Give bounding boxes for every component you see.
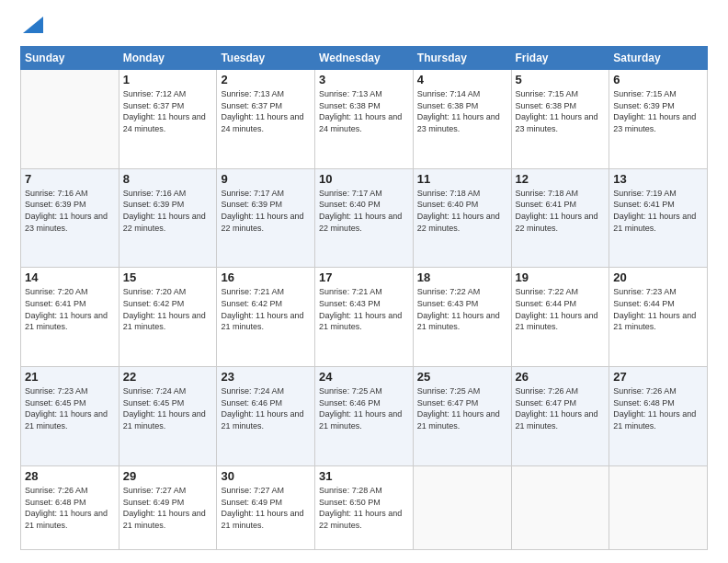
day-info: Sunrise: 7:28 AMSunset: 6:50 PMDaylight:… bbox=[319, 485, 409, 531]
day-info: Sunrise: 7:20 AMSunset: 6:41 PMDaylight:… bbox=[25, 286, 115, 332]
day-number: 27 bbox=[613, 370, 703, 384]
day-info: Sunrise: 7:12 AMSunset: 6:37 PMDaylight:… bbox=[123, 88, 213, 134]
calendar-cell: 7Sunrise: 7:16 AMSunset: 6:39 PMDaylight… bbox=[21, 168, 119, 268]
day-number: 31 bbox=[319, 469, 409, 483]
day-number: 16 bbox=[221, 270, 311, 284]
day-info: Sunrise: 7:13 AMSunset: 6:38 PMDaylight:… bbox=[319, 88, 409, 134]
day-number: 1 bbox=[123, 73, 213, 86]
calendar-cell: 17Sunrise: 7:21 AMSunset: 6:43 PMDayligh… bbox=[315, 268, 414, 367]
calendar-header: SundayMondayTuesdayWednesdayThursdayFrid… bbox=[21, 47, 708, 70]
weekday-header: Monday bbox=[119, 47, 217, 70]
day-number: 13 bbox=[613, 172, 703, 186]
day-info: Sunrise: 7:17 AMSunset: 6:40 PMDaylight:… bbox=[319, 188, 409, 234]
weekday-header: Thursday bbox=[413, 47, 511, 70]
day-number: 8 bbox=[123, 172, 213, 186]
day-info: Sunrise: 7:18 AMSunset: 6:41 PMDaylight:… bbox=[516, 188, 606, 234]
day-number: 20 bbox=[613, 270, 703, 284]
day-info: Sunrise: 7:16 AMSunset: 6:39 PMDaylight:… bbox=[25, 188, 115, 234]
day-number: 26 bbox=[516, 370, 606, 384]
calendar-cell: 18Sunrise: 7:22 AMSunset: 6:43 PMDayligh… bbox=[413, 268, 511, 367]
day-number: 9 bbox=[221, 172, 311, 186]
calendar-cell: 30Sunrise: 7:27 AMSunset: 6:49 PMDayligh… bbox=[217, 465, 315, 549]
day-info: Sunrise: 7:23 AMSunset: 6:45 PMDaylight:… bbox=[25, 385, 115, 431]
day-info: Sunrise: 7:21 AMSunset: 6:43 PMDaylight:… bbox=[319, 286, 409, 332]
calendar-cell: 4Sunrise: 7:14 AMSunset: 6:38 PMDaylight… bbox=[413, 70, 511, 169]
calendar: SundayMondayTuesdayWednesdayThursdayFrid… bbox=[20, 46, 708, 550]
calendar-cell: 31Sunrise: 7:28 AMSunset: 6:50 PMDayligh… bbox=[315, 465, 414, 549]
calendar-cell: 12Sunrise: 7:18 AMSunset: 6:41 PMDayligh… bbox=[511, 168, 609, 268]
logo bbox=[20, 17, 43, 37]
day-number: 11 bbox=[417, 172, 507, 186]
calendar-cell: 9Sunrise: 7:17 AMSunset: 6:39 PMDaylight… bbox=[217, 168, 315, 268]
page: SundayMondayTuesdayWednesdayThursdayFrid… bbox=[0, 0, 728, 563]
day-number: 19 bbox=[516, 270, 606, 284]
calendar-cell: 25Sunrise: 7:25 AMSunset: 6:47 PMDayligh… bbox=[413, 367, 511, 466]
day-info: Sunrise: 7:15 AMSunset: 6:38 PMDaylight:… bbox=[516, 88, 606, 134]
day-number: 10 bbox=[319, 172, 409, 186]
day-info: Sunrise: 7:16 AMSunset: 6:39 PMDaylight:… bbox=[123, 188, 213, 234]
day-info: Sunrise: 7:25 AMSunset: 6:46 PMDaylight:… bbox=[319, 385, 409, 431]
calendar-cell: 15Sunrise: 7:20 AMSunset: 6:42 PMDayligh… bbox=[119, 268, 217, 367]
calendar-cell bbox=[21, 70, 119, 169]
day-number: 23 bbox=[221, 370, 311, 384]
calendar-cell: 22Sunrise: 7:24 AMSunset: 6:45 PMDayligh… bbox=[119, 367, 217, 466]
weekday-header: Tuesday bbox=[217, 47, 315, 70]
day-info: Sunrise: 7:24 AMSunset: 6:46 PMDaylight:… bbox=[221, 385, 311, 431]
header bbox=[20, 17, 708, 37]
calendar-cell: 8Sunrise: 7:16 AMSunset: 6:39 PMDaylight… bbox=[119, 168, 217, 268]
calendar-cell: 11Sunrise: 7:18 AMSunset: 6:40 PMDayligh… bbox=[413, 168, 511, 268]
calendar-cell bbox=[413, 465, 511, 549]
calendar-cell: 21Sunrise: 7:23 AMSunset: 6:45 PMDayligh… bbox=[21, 367, 119, 466]
calendar-cell: 20Sunrise: 7:23 AMSunset: 6:44 PMDayligh… bbox=[609, 268, 708, 367]
day-number: 17 bbox=[319, 270, 409, 284]
weekday-header: Wednesday bbox=[315, 47, 414, 70]
day-info: Sunrise: 7:20 AMSunset: 6:42 PMDaylight:… bbox=[123, 286, 213, 332]
day-info: Sunrise: 7:23 AMSunset: 6:44 PMDaylight:… bbox=[613, 286, 703, 332]
weekday-header: Sunday bbox=[21, 47, 119, 70]
calendar-cell: 6Sunrise: 7:15 AMSunset: 6:39 PMDaylight… bbox=[609, 70, 708, 169]
day-number: 21 bbox=[25, 370, 115, 384]
day-info: Sunrise: 7:27 AMSunset: 6:49 PMDaylight:… bbox=[221, 485, 311, 531]
calendar-cell: 2Sunrise: 7:13 AMSunset: 6:37 PMDaylight… bbox=[217, 70, 315, 169]
day-info: Sunrise: 7:26 AMSunset: 6:48 PMDaylight:… bbox=[25, 485, 115, 531]
day-info: Sunrise: 7:26 AMSunset: 6:47 PMDaylight:… bbox=[516, 385, 606, 431]
day-number: 5 bbox=[516, 73, 606, 86]
calendar-cell: 27Sunrise: 7:26 AMSunset: 6:48 PMDayligh… bbox=[609, 367, 708, 466]
day-info: Sunrise: 7:19 AMSunset: 6:41 PMDaylight:… bbox=[613, 188, 703, 234]
day-info: Sunrise: 7:26 AMSunset: 6:48 PMDaylight:… bbox=[613, 385, 703, 431]
day-number: 4 bbox=[417, 73, 507, 86]
day-number: 7 bbox=[25, 172, 115, 186]
day-number: 29 bbox=[123, 469, 213, 483]
day-number: 6 bbox=[613, 73, 703, 86]
calendar-cell: 5Sunrise: 7:15 AMSunset: 6:38 PMDaylight… bbox=[511, 70, 609, 169]
day-number: 24 bbox=[319, 370, 409, 384]
calendar-body: 1Sunrise: 7:12 AMSunset: 6:37 PMDaylight… bbox=[21, 70, 708, 550]
day-number: 30 bbox=[221, 469, 311, 483]
calendar-cell: 26Sunrise: 7:26 AMSunset: 6:47 PMDayligh… bbox=[511, 367, 609, 466]
logo-icon bbox=[23, 17, 43, 33]
calendar-cell: 13Sunrise: 7:19 AMSunset: 6:41 PMDayligh… bbox=[609, 168, 708, 268]
day-number: 14 bbox=[25, 270, 115, 284]
calendar-cell: 28Sunrise: 7:26 AMSunset: 6:48 PMDayligh… bbox=[21, 465, 119, 549]
day-info: Sunrise: 7:27 AMSunset: 6:49 PMDaylight:… bbox=[123, 485, 213, 531]
day-number: 3 bbox=[319, 73, 409, 86]
day-info: Sunrise: 7:22 AMSunset: 6:44 PMDaylight:… bbox=[516, 286, 606, 332]
calendar-cell bbox=[609, 465, 708, 549]
weekday-header: Saturday bbox=[609, 47, 708, 70]
calendar-cell: 10Sunrise: 7:17 AMSunset: 6:40 PMDayligh… bbox=[315, 168, 414, 268]
calendar-cell: 23Sunrise: 7:24 AMSunset: 6:46 PMDayligh… bbox=[217, 367, 315, 466]
day-info: Sunrise: 7:15 AMSunset: 6:39 PMDaylight:… bbox=[613, 88, 703, 134]
day-info: Sunrise: 7:14 AMSunset: 6:38 PMDaylight:… bbox=[417, 88, 507, 134]
calendar-cell: 1Sunrise: 7:12 AMSunset: 6:37 PMDaylight… bbox=[119, 70, 217, 169]
calendar-cell: 24Sunrise: 7:25 AMSunset: 6:46 PMDayligh… bbox=[315, 367, 414, 466]
day-number: 12 bbox=[516, 172, 606, 186]
day-number: 28 bbox=[25, 469, 115, 483]
calendar-cell: 29Sunrise: 7:27 AMSunset: 6:49 PMDayligh… bbox=[119, 465, 217, 549]
day-number: 22 bbox=[123, 370, 213, 384]
day-number: 25 bbox=[417, 370, 507, 384]
svg-marker-0 bbox=[23, 17, 43, 33]
day-info: Sunrise: 7:21 AMSunset: 6:42 PMDaylight:… bbox=[221, 286, 311, 332]
weekday-header: Friday bbox=[511, 47, 609, 70]
day-info: Sunrise: 7:18 AMSunset: 6:40 PMDaylight:… bbox=[417, 188, 507, 234]
calendar-cell bbox=[511, 465, 609, 549]
